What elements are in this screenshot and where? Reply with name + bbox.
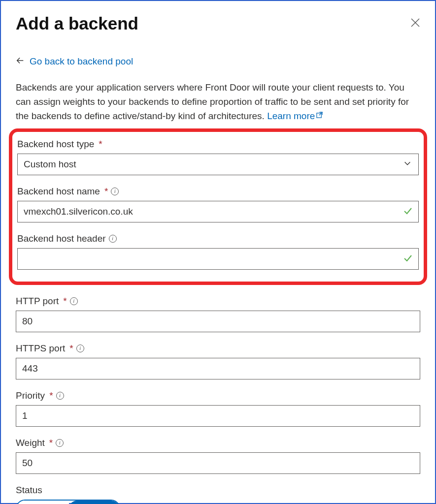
label-text: Priority <box>16 390 45 401</box>
required-mark: * <box>104 186 108 197</box>
field-host-name: Backend host name * i <box>17 186 419 222</box>
info-icon[interactable]: i <box>109 235 117 243</box>
field-label-host-type: Backend host type * <box>17 139 419 150</box>
panel-header: Add a backend <box>16 14 420 56</box>
field-label-http-port: HTTP port * i <box>16 296 420 307</box>
host-header-input[interactable] <box>17 248 419 270</box>
highlighted-section: Backend host type * Custom host Backend … <box>9 128 427 285</box>
host-name-input[interactable] <box>17 201 419 222</box>
info-icon[interactable]: i <box>76 345 84 352</box>
learn-more-link[interactable]: Learn more <box>267 111 315 121</box>
field-label-host-name: Backend host name * i <box>17 186 419 197</box>
required-mark: * <box>49 390 53 401</box>
status-toggle: Disabled Enabled <box>16 500 120 504</box>
priority-input[interactable] <box>16 405 420 427</box>
field-host-header: Backend host header i <box>17 233 419 270</box>
field-label-priority: Priority * i <box>16 390 420 401</box>
intro-text: Backends are your application servers wh… <box>16 81 420 124</box>
required-mark: * <box>99 139 102 150</box>
external-link-icon <box>316 109 323 123</box>
weight-input[interactable] <box>16 452 420 474</box>
close-button[interactable] <box>410 18 420 28</box>
host-type-value: Custom host <box>17 154 419 175</box>
arrow-left-icon <box>16 56 25 67</box>
http-port-input[interactable] <box>16 311 420 332</box>
label-text: Weight <box>16 438 45 448</box>
back-link[interactable]: Go back to backend pool <box>30 56 133 67</box>
label-text: Backend host type <box>17 139 94 150</box>
required-mark: * <box>49 438 53 448</box>
field-label-https-port: HTTPS port * i <box>16 343 420 354</box>
info-icon[interactable]: i <box>111 188 119 195</box>
field-http-port: HTTP port * i <box>16 296 420 332</box>
svg-line-4 <box>319 112 323 116</box>
host-type-select[interactable]: Custom host <box>17 154 419 175</box>
label-text: HTTPS port <box>16 343 65 354</box>
add-backend-panel: Add a backend Go back to backend pool Ba… <box>0 0 436 504</box>
field-status: Status Disabled Enabled <box>16 485 420 504</box>
info-icon[interactable]: i <box>56 392 64 400</box>
label-text: Status <box>16 485 42 496</box>
field-label-host-header: Backend host header i <box>17 233 419 244</box>
status-option-enabled[interactable]: Enabled <box>69 501 119 504</box>
required-mark: * <box>63 296 67 307</box>
field-priority: Priority * i <box>16 390 420 427</box>
field-weight: Weight * i <box>16 438 420 474</box>
close-icon <box>410 18 420 28</box>
field-label-weight: Weight * i <box>16 438 420 448</box>
intro-body: Backends are your application servers wh… <box>16 82 409 121</box>
back-row: Go back to backend pool <box>16 56 420 67</box>
field-host-type: Backend host type * Custom host <box>17 139 419 175</box>
page-title: Add a backend <box>16 14 138 33</box>
info-icon[interactable]: i <box>56 439 64 447</box>
status-option-disabled[interactable]: Disabled <box>17 501 69 504</box>
info-icon[interactable]: i <box>70 297 78 305</box>
https-port-input[interactable] <box>16 358 420 379</box>
required-mark: * <box>69 343 73 354</box>
field-https-port: HTTPS port * i <box>16 343 420 379</box>
field-label-status: Status <box>16 485 420 496</box>
label-text: Backend host name <box>17 186 100 197</box>
label-text: Backend host header <box>17 233 106 244</box>
label-text: HTTP port <box>16 296 59 307</box>
